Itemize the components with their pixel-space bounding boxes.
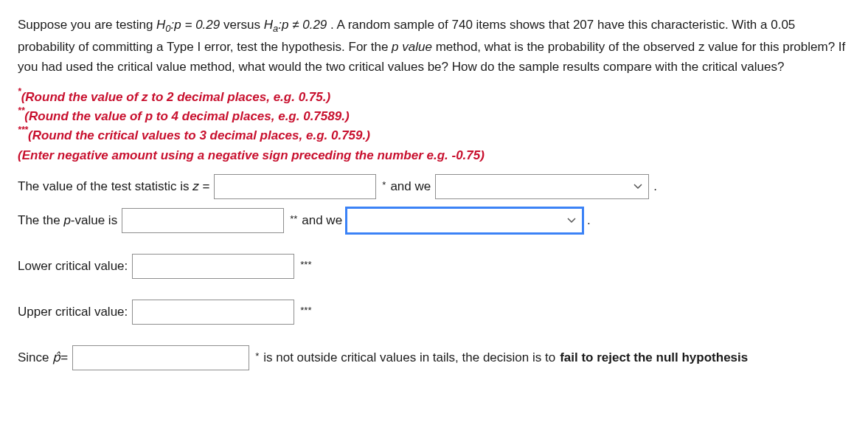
lower-cv-input[interactable]: [132, 254, 294, 279]
upper-star: ***: [300, 303, 311, 319]
conclusion-bold: fail to reject the null hypothesis: [560, 347, 748, 367]
lower-cv-row: Lower critical value: ***: [18, 254, 850, 279]
phat-symbol: p̂: [52, 350, 60, 364]
ha-H: H: [264, 18, 273, 32]
phat-equals: =: [60, 350, 68, 364]
p-word: p: [63, 213, 70, 227]
phat-star: *: [255, 349, 259, 364]
upper-cv-row: Upper critical value: ***: [18, 300, 850, 325]
versus: versus: [220, 18, 264, 32]
conclusion-mid: is not outside critical values in tails,…: [263, 347, 555, 367]
h0-expr: :p = 0.29: [171, 18, 221, 32]
andwe-2: and we: [302, 210, 342, 230]
lower-cv-label: Lower critical value:: [18, 256, 128, 276]
z-value-input[interactable]: [214, 174, 376, 199]
problem-statement: Suppose you are testing H0:p = 0.29 vers…: [18, 15, 850, 77]
z-label-pre: The value of the test statistic is: [18, 179, 192, 193]
p-decision-select[interactable]: [347, 208, 583, 233]
z-equals: =: [199, 179, 210, 193]
z-symbol: z: [192, 179, 199, 193]
z-label: The value of the test statistic is z =: [18, 176, 209, 196]
andwe-1: and we: [390, 176, 431, 196]
star-three: ***: [18, 125, 28, 135]
h0-H: H: [156, 18, 165, 32]
h0-sub: 0: [165, 23, 170, 34]
instruction-line1: *(Round the value of z to 2 decimal plac…: [18, 88, 850, 107]
p-label-pre: The the: [18, 213, 63, 227]
p-label: The the p-value is: [18, 210, 117, 230]
period-1: .: [653, 176, 657, 196]
p-label-post: -value is: [71, 213, 117, 227]
instructions-block: *(Round the value of z to 2 decimal plac…: [18, 88, 850, 165]
instruction-text3: (Round the critical values to 3 decimal …: [28, 128, 370, 142]
upper-cv-label: Upper critical value:: [18, 302, 128, 322]
star-one: *: [18, 86, 21, 97]
pvalue-word: p value: [392, 40, 432, 54]
star-two: **: [18, 106, 24, 116]
conclusion-row: Since p̂= * is not outside critical valu…: [18, 345, 850, 370]
instruction-text1: (Round the value of z to 2 decimal place…: [21, 90, 330, 104]
instruction-line2: **(Round the value of p to 4 decimal pla…: [18, 107, 850, 126]
instruction-text2: (Round the value of p to 4 decimal place…: [24, 109, 349, 123]
since-text: Since: [18, 350, 52, 364]
period-2: .: [587, 210, 591, 230]
p-star: **: [290, 212, 297, 227]
since-label: Since p̂=: [18, 347, 68, 367]
instruction-line3: ***(Round the critical values to 3 decim…: [18, 126, 850, 145]
problem-part1: Suppose you are testing: [18, 18, 156, 32]
instruction-line4: (Enter negative amount using a negative …: [18, 146, 850, 165]
ha-expr: :p ≠ 0.29: [278, 18, 327, 32]
p-value-input[interactable]: [122, 208, 284, 233]
z-decision-select[interactable]: [435, 174, 649, 199]
z-star: *: [382, 178, 386, 193]
lower-star: ***: [300, 257, 311, 273]
upper-cv-input[interactable]: [132, 300, 294, 325]
p-row: The the p-value is ** and we .: [18, 208, 850, 233]
phat-value-input[interactable]: [72, 345, 249, 370]
z-row: The value of the test statistic is z = *…: [18, 174, 850, 199]
